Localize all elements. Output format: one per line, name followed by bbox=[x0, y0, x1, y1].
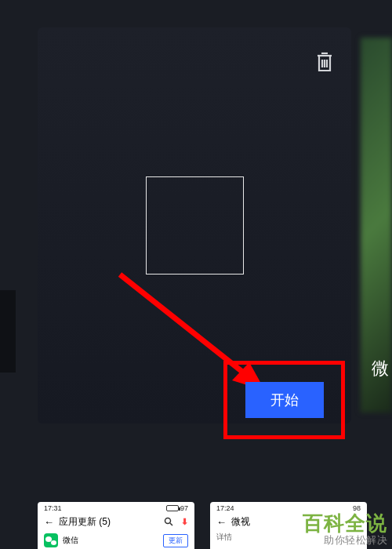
battery-level: 97 bbox=[180, 504, 188, 512]
page-title: 应用更新 (5) bbox=[59, 515, 159, 529]
back-icon[interactable]: ← bbox=[216, 516, 227, 528]
app-row[interactable]: 微信 更新 bbox=[38, 532, 194, 549]
watermark-title: 百科全说 bbox=[303, 512, 387, 535]
download-icon[interactable]: ⬇ bbox=[181, 517, 188, 528]
header-actions: ⬇ bbox=[164, 517, 188, 528]
adjacent-card-label: 微 bbox=[372, 357, 389, 380]
watermark: 百科全说 助你轻松解决 bbox=[303, 512, 387, 546]
status-time: 17:24 bbox=[216, 504, 234, 512]
svg-line-3 bbox=[170, 523, 172, 525]
back-icon[interactable]: ← bbox=[44, 516, 54, 528]
center-placeholder-square bbox=[146, 176, 244, 274]
status-bar: 17:31 97 bbox=[38, 502, 194, 512]
search-icon[interactable] bbox=[164, 517, 173, 528]
trash-icon[interactable] bbox=[315, 51, 334, 73]
update-button[interactable]: 更新 bbox=[163, 534, 188, 547]
app-name: 微信 bbox=[63, 535, 78, 546]
wechat-icon bbox=[44, 533, 58, 547]
battery-indicator: 97 bbox=[166, 504, 188, 512]
thumb-header: ← 应用更新 (5) ⬇ bbox=[38, 512, 194, 532]
watermark-subtitle: 助你轻松解决 bbox=[303, 535, 387, 546]
status-bar: 17:24 98 bbox=[210, 502, 367, 512]
status-time: 17:31 bbox=[44, 504, 62, 512]
recent-app-card[interactable]: 开始 bbox=[38, 27, 351, 424]
thumbnail-left[interactable]: 17:31 97 ← 应用更新 (5) ⬇ 微信 更新 bbox=[38, 502, 194, 549]
left-partial-card bbox=[0, 290, 16, 373]
start-button[interactable]: 开始 bbox=[245, 382, 324, 418]
battery-icon bbox=[166, 505, 179, 511]
highlight-box: 开始 bbox=[223, 361, 345, 439]
svg-point-2 bbox=[165, 518, 171, 523]
